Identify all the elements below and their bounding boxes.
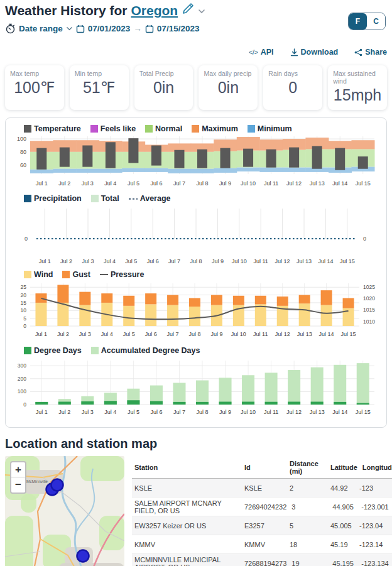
- table-cell: -123.04: [357, 521, 392, 531]
- svg-text:Jul 4: Jul 4: [101, 331, 113, 337]
- stat-card: Max temp100℉: [5, 65, 64, 110]
- legend-item[interactable]: Normal: [145, 124, 182, 133]
- fahrenheit-button[interactable]: F: [349, 13, 367, 30]
- svg-text:0: 0: [23, 323, 26, 329]
- legend-item[interactable]: Pressure: [100, 270, 144, 279]
- table-row[interactable]: KMMVKMMV1845.19-123.14: [132, 535, 392, 554]
- svg-text:Jul 11: Jul 11: [253, 331, 268, 337]
- svg-text:1015: 1015: [363, 307, 375, 313]
- svg-text:Jul 6: Jul 6: [150, 409, 162, 415]
- share-button[interactable]: Share: [354, 48, 387, 57]
- svg-text:Jul 13: Jul 13: [297, 258, 312, 264]
- calendar-icon: [76, 24, 85, 33]
- table-cell: 44.92: [328, 483, 357, 493]
- svg-text:1010: 1010: [363, 318, 375, 325]
- svg-text:5: 5: [23, 315, 26, 322]
- table-cell: -123.001: [359, 502, 392, 512]
- table-row[interactable]: MCMINNVILLE MUNICIPAL AIRPORT, OR US7268…: [132, 554, 392, 566]
- svg-text:Jul 8: Jul 8: [188, 331, 200, 337]
- table-cell: 44.905: [330, 502, 359, 512]
- svg-text:1025: 1025: [363, 284, 375, 290]
- legend-swatch-icon: [24, 347, 31, 354]
- svg-text:Jul 11: Jul 11: [264, 180, 278, 187]
- legend-item[interactable]: Gust: [62, 270, 90, 279]
- actions-row: </> API Download Share: [5, 48, 387, 57]
- legend-item[interactable]: Accumulated Degree Days: [91, 346, 200, 355]
- column-header: Distance (mi): [287, 459, 328, 476]
- svg-text:Jul 7: Jul 7: [173, 409, 185, 415]
- svg-text:10: 10: [21, 307, 27, 313]
- svg-text:Jul 4: Jul 4: [104, 409, 116, 415]
- svg-text:Jul 10: Jul 10: [231, 331, 246, 337]
- station-marker[interactable]: [52, 479, 63, 491]
- svg-text:Jul 12: Jul 12: [275, 331, 290, 337]
- start-date-field[interactable]: 07/01/2023: [88, 24, 131, 33]
- svg-text:Jul 11: Jul 11: [264, 409, 278, 415]
- legend-item[interactable]: Maximum: [192, 124, 238, 133]
- svg-text:Jul 12: Jul 12: [286, 180, 302, 187]
- table-cell: SALEM AIRPORT MCNARY FIELD, OR US: [132, 498, 242, 516]
- download-button[interactable]: Download: [290, 48, 339, 57]
- map-section-title: Location and station map: [5, 437, 387, 451]
- date-arrow: →: [133, 24, 142, 33]
- edit-location-icon[interactable]: [182, 3, 194, 15]
- date-range-chevron-icon[interactable]: [66, 25, 73, 32]
- legend-item[interactable]: Degree Days: [24, 346, 82, 355]
- chart-legend: Degree DaysAccumulated Degree Days: [24, 346, 381, 355]
- svg-text:100: 100: [18, 388, 26, 395]
- station-table: StationIdDistance (mi)LatitudeLongitudeK…: [132, 456, 392, 566]
- svg-text:Jul 7: Jul 7: [168, 258, 180, 264]
- zoom-out-button[interactable]: −: [11, 477, 25, 493]
- celsius-button[interactable]: C: [367, 13, 385, 30]
- svg-text:Jul 12: Jul 12: [286, 409, 302, 415]
- legend-item[interactable]: Temperature: [24, 124, 81, 133]
- temperature-plot: 6080100Jul 1Jul 2Jul 3Jul 4Jul 5Jul 6Jul…: [11, 134, 381, 190]
- table-row[interactable]: EW3257 Keizer OR USE3257545.005-123.04: [132, 516, 392, 535]
- table-header-row: StationIdDistance (mi)LatitudeLongitude: [132, 456, 392, 479]
- api-button[interactable]: </> API: [249, 48, 273, 57]
- station-marker[interactable]: [77, 550, 89, 562]
- legend-label: Pressure: [111, 270, 144, 279]
- svg-text:Jul 1: Jul 1: [39, 258, 51, 264]
- legend-item[interactable]: Minimum: [248, 124, 292, 133]
- table-cell: 72688194273: [242, 558, 289, 566]
- share-icon: [354, 48, 362, 57]
- date-range-label[interactable]: Date range: [19, 24, 63, 33]
- table-cell: -123.14: [357, 540, 392, 550]
- legend-item[interactable]: Feels like: [90, 124, 136, 133]
- code-icon: </>: [249, 49, 258, 56]
- legend-label: Wind: [34, 270, 53, 279]
- svg-text:20: 20: [21, 292, 27, 298]
- legend-item[interactable]: Average: [129, 194, 171, 203]
- svg-text:Jul 13: Jul 13: [297, 331, 312, 337]
- table-row[interactable]: KSLEKSLE244.92-123: [132, 479, 392, 498]
- table-cell: KSLE: [132, 483, 242, 493]
- end-date-field[interactable]: 07/15/2023: [157, 24, 200, 33]
- svg-text:Jul 15: Jul 15: [340, 258, 355, 264]
- stat-label: Max temp: [10, 70, 59, 77]
- svg-text:Jul 3: Jul 3: [82, 258, 94, 264]
- table-cell: 72694024232: [242, 502, 289, 512]
- location-dropdown-icon[interactable]: [198, 8, 205, 15]
- page-header: Weather History for Oregon: [5, 3, 387, 18]
- table-cell: 45.19: [328, 540, 357, 550]
- location-link[interactable]: Oregon: [131, 3, 178, 18]
- svg-text:Jul 10: Jul 10: [232, 258, 247, 264]
- station-map[interactable]: + − McMinnvilleMonmouthlas Leaflet | © O…: [5, 456, 124, 566]
- legend-label: Temperature: [34, 124, 81, 133]
- stat-label: Max sustained wind: [333, 70, 382, 85]
- legend-swatch-icon: [248, 125, 255, 133]
- legend-item[interactable]: Total: [91, 194, 119, 203]
- legend-item[interactable]: Precipitation: [24, 194, 82, 203]
- svg-text:15: 15: [21, 300, 27, 306]
- table-cell: -123.134: [359, 558, 392, 566]
- zoom-in-button[interactable]: +: [11, 462, 25, 477]
- legend-item[interactable]: Wind: [24, 270, 53, 279]
- column-header: Longitude: [360, 462, 392, 472]
- svg-text:100: 100: [17, 136, 26, 142]
- svg-text:Jul 6: Jul 6: [145, 331, 157, 337]
- stat-card: Max daily precip0in: [199, 65, 258, 110]
- table-row[interactable]: SALEM AIRPORT MCNARY FIELD, OR US7269402…: [132, 498, 392, 516]
- svg-text:Jul 1: Jul 1: [35, 331, 47, 337]
- stat-label: Max daily precip: [204, 70, 253, 77]
